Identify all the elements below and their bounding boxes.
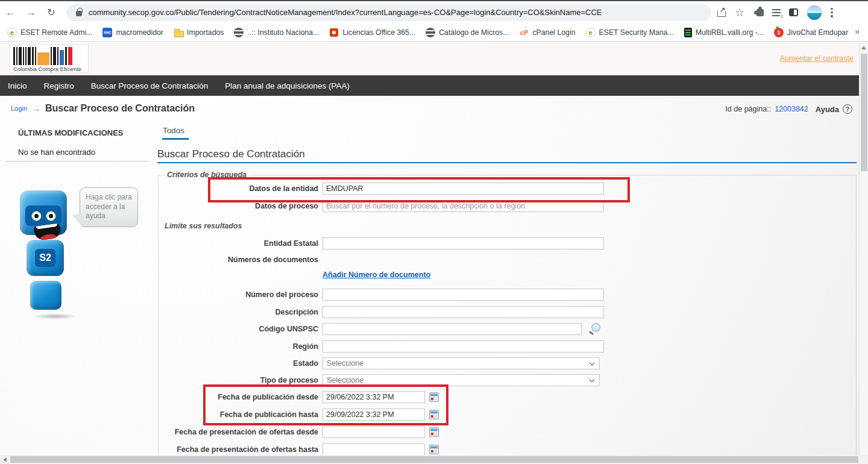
back-icon[interactable]: ← (0, 4, 20, 22)
address-bar[interactable]: community.secop.gov.co/Public/Tendering/… (66, 4, 711, 21)
fecha-publicacion-desde-label: Fecha de publicación desde (162, 393, 318, 401)
numero-proceso-input[interactable] (322, 289, 604, 301)
browser-chrome: ← → ↻ community.secop.gov.co/Public/Tend… (0, 0, 868, 42)
increase-contrast-link[interactable]: Aumentar el contraste (780, 54, 854, 63)
tab-todos[interactable]: Todos (163, 126, 184, 135)
estado-selected-value: Seleccione (327, 359, 363, 368)
section-title: Buscar Proceso de Contratación (157, 148, 305, 160)
estado-label: Estado (162, 359, 318, 368)
folder-icon (174, 28, 183, 37)
bookmark-item[interactable]: Licencias Office 365... (329, 28, 415, 37)
title-rule (157, 162, 857, 163)
tipo-proceso-selected-value: Seleccione (327, 376, 363, 384)
region-input[interactable] (322, 340, 604, 353)
mascot-face (25, 205, 61, 226)
colombia-compra-eficiente-logo[interactable]: Colombia Compra Eficiente (10, 45, 89, 73)
breadcrumb: Login → Buscar Proceso de Contratación (11, 103, 195, 114)
datos-entidad-input[interactable] (322, 183, 604, 195)
logo-barcode (13, 47, 85, 65)
nav-item-inicio[interactable]: Inicio (8, 81, 27, 90)
horizontal-scrollbar[interactable] (0, 455, 868, 464)
entidad-estatal-input[interactable] (322, 237, 604, 249)
bookmark-item[interactable]: MultiRBL.valli.org -... (684, 28, 764, 37)
nav-item-buscar-proceso[interactable]: Buscar Proceso de Contratación (91, 81, 208, 90)
vertical-scrollbar-thumb[interactable] (861, 54, 867, 171)
page-meta: Id de página:: 12003842 Ayuda ? (725, 104, 852, 114)
globe-icon (426, 28, 435, 37)
fecha-ofertas-desde-input[interactable] (322, 426, 425, 438)
bookmark-item[interactable]: Importados (174, 28, 224, 37)
calendar-icon[interactable] (429, 445, 439, 454)
sidebar-empty-message: No se han encontrado (18, 148, 95, 157)
side-panel-icon[interactable] (789, 8, 798, 16)
window-edge (0, 0, 868, 1)
nav-item-registro[interactable]: Registro (44, 81, 74, 90)
codigo-unspsc-input[interactable] (322, 323, 582, 335)
breadcrumb-arrow-icon: → (32, 104, 40, 113)
search-icon[interactable] (588, 322, 601, 336)
scroll-left-icon[interactable] (3, 457, 7, 462)
bookmark-item[interactable]: ..:: Instituto Naciona... (234, 28, 319, 37)
nav-item-plan-anual[interactable]: Plan anual de adquisiciones (PAA) (225, 81, 350, 90)
help-icon[interactable]: ? (843, 104, 852, 114)
mascot-foot-cube (30, 281, 61, 310)
page-id-label: Id de página:: (725, 105, 771, 113)
eset-icon (7, 28, 17, 37)
datos-proceso-input[interactable] (322, 200, 604, 212)
bookmark-label: Importados (187, 28, 224, 37)
help-label[interactable]: Ayuda (816, 105, 839, 114)
fecha-ofertas-hasta-input[interactable] (322, 444, 425, 456)
jivochat-icon (774, 28, 784, 37)
calendar-icon[interactable] (429, 427, 439, 437)
help-speech-bubble[interactable]: Haga clic para acceder a la ayuda (80, 187, 138, 227)
tipo-proceso-select[interactable]: Seleccione (322, 374, 600, 386)
horizontal-scrollbar-thumb[interactable] (10, 456, 858, 463)
scroll-up-icon[interactable] (861, 46, 866, 49)
breadcrumb-login-link[interactable]: Login (11, 105, 27, 112)
fecha-publicacion-desde-input[interactable] (322, 391, 425, 403)
calendar-icon[interactable] (429, 410, 439, 419)
main-nav: Inicio Registro Buscar Proceso de Contra… (0, 75, 868, 96)
mascot-eye (31, 211, 42, 221)
limit-results-heading: Limite sus resultados (165, 222, 242, 230)
page-id-value[interactable]: 12003842 (775, 105, 808, 113)
mascot-head (20, 190, 67, 235)
profile-avatar[interactable] (807, 5, 822, 20)
bookmark-item[interactable]: Catálogo de Micros... (426, 28, 509, 37)
numero-proceso-label: Número del proceso (162, 290, 318, 299)
url-text[interactable]: community.secop.gov.co/Public/Tendering/… (89, 8, 602, 17)
bookmarks-overflow-icon[interactable]: » (855, 27, 860, 36)
estado-select[interactable]: Seleccione (322, 357, 600, 369)
fecha-ofertas-desde-label: Fecha de presentación de ofertas desde (162, 428, 318, 436)
bookmark-item[interactable]: macromedidor (102, 28, 163, 37)
reload-icon[interactable]: ↻ (41, 4, 61, 22)
entidad-estatal-label: Entidad Estatal (162, 239, 318, 248)
extensions-icon[interactable] (756, 9, 764, 16)
media-controls-icon[interactable] (772, 9, 781, 16)
browser-menu-icon[interactable] (831, 8, 833, 17)
share-icon[interactable] (717, 8, 726, 17)
bookmark-item[interactable]: ESET Remote Admi... (7, 28, 92, 37)
eset-icon (586, 28, 596, 37)
vertical-scrollbar[interactable] (859, 42, 868, 455)
descripcion-label: Descripción (162, 308, 318, 316)
sidebar-title: ÚLTIMAS MODIFICACIONES (18, 128, 124, 137)
bookmark-item[interactable]: JivoChat Emdupar (774, 28, 848, 37)
bookmark-label: Licencias Office 365... (342, 28, 415, 37)
bookmark-star-icon[interactable]: ☆ (735, 8, 744, 17)
bookmark-item[interactable]: ESET Security Mana... (586, 28, 674, 37)
fecha-publicacion-hasta-input[interactable] (322, 409, 425, 421)
bookmarks-bar: ESET Remote Admi... macromedidor Importa… (0, 24, 868, 41)
cpanel-icon (519, 28, 529, 37)
add-document-number-link[interactable]: Añadir Número de documento (322, 271, 430, 279)
snc-icon (102, 28, 112, 37)
calendar-icon[interactable] (429, 392, 439, 402)
lock-icon (76, 11, 82, 16)
mascot-body-cube: S2 (27, 240, 64, 276)
fecha-publicacion-hasta-label: Fecha de publicación hasta (162, 410, 318, 419)
descripcion-input[interactable] (322, 306, 604, 318)
bookmark-item[interactable]: cPanel Login (519, 28, 575, 37)
bookmark-label: Catálogo de Micros... (439, 28, 509, 37)
numeros-documentos-label: Números de documentos (162, 256, 318, 264)
forward-icon[interactable]: → (20, 4, 41, 22)
